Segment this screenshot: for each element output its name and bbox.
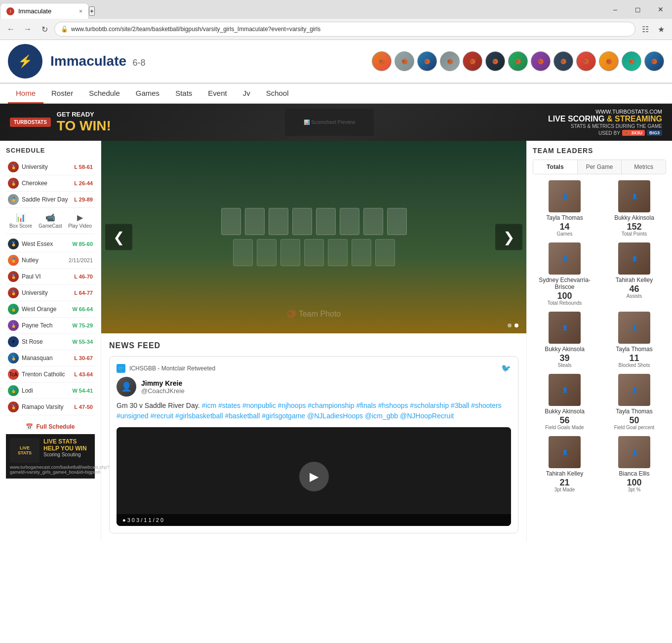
leader-photo-tahirah-1: 👤 [618, 242, 650, 275]
carousel-prev-button[interactable]: ❮ [105, 224, 132, 250]
nav-school[interactable]: School [258, 84, 297, 104]
banner-screenshot: 📊 Scoresheet Preview [285, 109, 374, 136]
hashtag-states[interactable]: #states [218, 402, 240, 409]
schedule-item-payne-tech[interactable]: 🏅 Payne Tech W 75-29 [6, 318, 95, 334]
team-name-payne-tech: Payne Tech [22, 322, 69, 329]
score-nutley: 2/11/2021 [69, 257, 93, 263]
minimize-button[interactable]: – [604, 0, 627, 19]
hashtag-nonpublic[interactable]: #nonpublic [242, 402, 276, 409]
hashtag-njhoops[interactable]: #njhoops [278, 402, 306, 409]
leader-label-10: 3pt % [628, 487, 641, 492]
nav-schedule[interactable]: Schedule [81, 84, 128, 104]
hashtag-championship[interactable]: #championship [308, 402, 354, 409]
mention-njhooprecruitment[interactable]: @NJHoopRecruit [400, 412, 454, 420]
tab-totals[interactable]: Totals [533, 160, 578, 174]
schedule-item-st-rose[interactable]: ⚜ St Rose W 55-34 [6, 334, 95, 350]
tweet-video: ▶ ● 3 0 3 / 1 1 / 2 0 [117, 427, 511, 526]
carousel-dot-2[interactable] [514, 323, 518, 327]
leader-name-7: Bukky Akinsola [545, 408, 585, 415]
back-button[interactable]: ← [4, 22, 18, 36]
schedule-item-trenton-catholic[interactable]: TcA Trenton Catholic L 43-64 [6, 366, 95, 383]
hashtag-icm[interactable]: #icm [201, 402, 216, 409]
team-icon-lodi: 🏅 [8, 385, 19, 396]
hashtag-recruit[interactable]: #recruit [151, 412, 174, 420]
turbostats-logo: TURBOSTATS [10, 118, 51, 127]
hashtag-scholarship[interactable]: #scholarship [410, 402, 449, 409]
leader-name-5: Bukky Akinsola [545, 346, 585, 353]
schedule-item-university-1[interactable]: 🏅 University L 58-61 [6, 159, 95, 175]
leader-photo-img-3: 👤 [549, 242, 581, 275]
mention-icm-gbb[interactable]: @icm_gbb [365, 412, 398, 420]
gamecast-button[interactable]: 📹 GameCast [36, 211, 65, 231]
schedule-item-lodi[interactable]: 🏅 Lodi W 54-41 [6, 383, 95, 399]
schedule-item-cherokee[interactable]: 🏅 Cherokee L 26-44 [6, 175, 95, 192]
hashtag-basketball[interactable]: #basketball [225, 412, 260, 420]
schedule-item-saddle[interactable]: 🏅 Saddle River Day L 29-89 [6, 192, 95, 208]
hashtag-shooters[interactable]: #shooters [471, 402, 501, 409]
nav-event[interactable]: Event [200, 84, 235, 104]
live-stats-title: LIVE STATS HELP YOU WIN [43, 438, 91, 452]
hashtag-unsigned[interactable]: #unsigned [117, 412, 149, 420]
extensions-button[interactable]: ☷ [638, 22, 652, 36]
leader-photo-tayla-2: 👤 [618, 312, 650, 344]
play-video-label: Play Video [68, 223, 92, 229]
mention-njladieshoops[interactable]: @NJLadiesHoops [307, 412, 363, 420]
opponent-logo-10: 🏀 [576, 51, 596, 71]
address-bar[interactable]: 🔓 www.turbobtb.com/site/2/team/basketbal… [54, 22, 635, 37]
carousel-dot-1[interactable] [508, 323, 512, 327]
team-icon-ramapo: 🏅 [8, 402, 19, 412]
tweet-author: Jimmy Kreie [141, 379, 185, 387]
leader-label-7: Field Goals Made [545, 425, 584, 430]
hashtag-3ball[interactable]: #3ball [451, 402, 469, 409]
schedule-item-west-essex[interactable]: 🏅 West Essex W 85-60 [6, 236, 95, 252]
tweet-media: ▶ ● 3 0 3 / 1 1 / 2 0 [117, 427, 511, 526]
full-schedule-button[interactable]: 📅 Full Schedule [6, 419, 95, 434]
play-icon[interactable]: ▶ [299, 462, 329, 491]
nav-stats[interactable]: Stats [167, 84, 200, 104]
close-button[interactable]: ✕ [649, 0, 672, 19]
opponent-logo-12: 🏀 [622, 51, 641, 71]
tab-close-button[interactable]: × [79, 8, 82, 15]
hashtag-finals[interactable]: #finals [356, 402, 376, 409]
nav-jv[interactable]: Jv [235, 84, 258, 104]
tab-per-game[interactable]: Per Game [578, 160, 622, 174]
score-ramapo: L 47-50 [74, 404, 93, 410]
tab-metrics[interactable]: Metrics [622, 160, 666, 174]
schedule-item-university-2[interactable]: 🏅 University L 64-77 [6, 285, 95, 301]
box-score-button[interactable]: 📊 Box Score [6, 211, 36, 231]
schedule-item-west-orange[interactable]: 🏅 West Orange W 66-64 [6, 301, 95, 318]
refresh-button[interactable]: ↻ [38, 22, 51, 36]
schedule-item-nutley[interactable]: 🏅 Nutley 2/11/2021 [6, 252, 95, 269]
leader-label-6: Blocked Shots [619, 362, 650, 368]
forward-button[interactable]: → [21, 22, 35, 36]
schedule-item-ramapo[interactable]: 🏅 Ramapo Varsity L 47-50 [6, 399, 95, 415]
schedule-item-paul-vi[interactable]: 🏅 Paul VI L 46-70 [6, 269, 95, 285]
leader-photo-img-6: 👤 [618, 312, 650, 344]
full-schedule-label: Full Schedule [36, 423, 75, 430]
browser-tab[interactable]: I Immaculate × [0, 3, 89, 19]
nav-home[interactable]: Home [8, 84, 43, 104]
nav-games[interactable]: Games [128, 84, 167, 104]
hashtag-girlsgotgame[interactable]: #girlsgotgame [262, 412, 305, 420]
schedule-item-manasquan[interactable]: 🏅 Manasquan L 30-67 [6, 350, 95, 366]
tweet-avatar: 👤 [117, 377, 136, 397]
bookmark-button[interactable]: ★ [654, 22, 668, 36]
team-name-cherokee: Cherokee [22, 180, 71, 187]
opponent-logos: 🏀 🏀 🏀 🏀 🏀 🏀 🏀 🏀 🏀 🏀 🏀 🏀 🏀 [372, 51, 664, 71]
nav-roster[interactable]: Roster [43, 84, 81, 104]
main-content-area: 🏀 Team Photo ❮ ❯ NEWS FEED 🐦 ICHSGBB - M… [101, 141, 526, 541]
new-tab-button[interactable]: + [89, 6, 95, 16]
score-paul-vi: L 46-70 [74, 274, 93, 280]
maximize-button[interactable]: ◻ [627, 0, 649, 19]
leader-label-1: Games [556, 231, 572, 237]
team-name-university-2: University [22, 289, 71, 296]
carousel-next-button[interactable]: ❯ [495, 224, 522, 250]
hashtag-girlsbasketball[interactable]: #girlsbasketball [175, 412, 223, 420]
leader-label-5: Steals [558, 362, 572, 368]
play-video-button[interactable]: ▶ Play Video [65, 211, 95, 231]
video-timestamp: ● 3 0 3 / 1 1 / 2 0 [122, 517, 163, 523]
banner-url: WWW.TURBOSTATS.COM [548, 109, 662, 115]
tweet-card: 🐦 ICHSGBB - Montclair Retweeted 🐦 👤 Jimm… [109, 356, 518, 533]
hashtag-hshoops[interactable]: #hshoops [378, 402, 408, 409]
live-stats-banner: LIVESTATS LIVE STATS HELP YOU WIN Scorin… [6, 434, 95, 479]
